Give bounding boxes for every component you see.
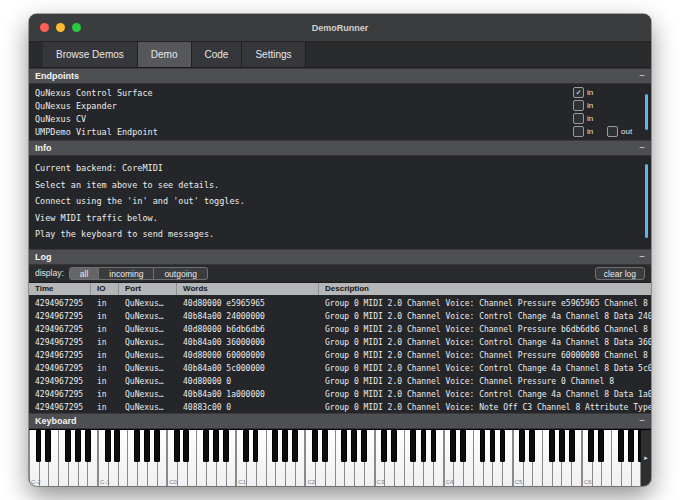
tab[interactable]: Demo	[138, 42, 192, 67]
black-key[interactable]	[500, 430, 506, 462]
endpoint-name: QuNexus CV	[35, 114, 573, 124]
endpoints-scrollbar[interactable]	[645, 94, 648, 130]
black-key[interactable]	[65, 430, 71, 462]
log-header-label: Log	[35, 252, 633, 262]
log-controls: display: allincomingoutgoing clear log	[29, 265, 651, 283]
in-checkbox-label: in	[587, 101, 593, 110]
black-key[interactable]	[588, 430, 594, 462]
log-cell-io: in	[91, 390, 119, 399]
collapse-icon[interactable]: −	[633, 71, 645, 81]
white-key[interactable]	[188, 430, 198, 486]
clear-log-button[interactable]: clear log	[595, 267, 645, 280]
log-cell-words: 40d80000 e5965965	[177, 299, 319, 308]
black-key[interactable]	[322, 430, 328, 462]
black-key[interactable]	[174, 430, 180, 462]
table-row: 4294967295 in QuNexus… 40d80000 e5965965…	[29, 297, 651, 310]
endpoint-row[interactable]: QuNexus Control Surface ✓ in out	[29, 86, 651, 99]
black-key[interactable]	[569, 430, 575, 462]
octave-label: C-1	[100, 479, 110, 485]
black-key[interactable]	[460, 430, 466, 462]
log-filter-button[interactable]: outgoing	[154, 267, 208, 280]
black-key[interactable]	[341, 430, 347, 462]
display-filter-label: display:	[35, 268, 64, 278]
black-key[interactable]	[598, 430, 604, 462]
black-key[interactable]	[114, 430, 120, 462]
collapse-icon[interactable]: −	[633, 143, 645, 153]
out-checkbox[interactable]	[607, 126, 618, 137]
log-filter-button[interactable]: incoming	[99, 267, 154, 280]
zoom-window-icon[interactable]	[72, 23, 81, 32]
black-key[interactable]	[154, 430, 160, 462]
black-key[interactable]	[381, 430, 387, 462]
log-cell-time: 4294967295	[29, 364, 91, 373]
black-key[interactable]	[529, 430, 535, 462]
white-key[interactable]	[257, 430, 267, 486]
black-key[interactable]	[480, 430, 486, 462]
tab[interactable]: Settings	[242, 42, 305, 67]
black-key[interactable]	[490, 430, 496, 462]
table-row: 4294967295 in QuNexus… 40b84a00 1a000000…	[29, 388, 651, 401]
black-key[interactable]	[421, 430, 427, 462]
tab[interactable]: Browse Demos	[43, 42, 138, 67]
in-checkbox[interactable]: ✓	[573, 87, 584, 98]
black-key[interactable]	[549, 430, 555, 462]
black-key[interactable]	[519, 430, 525, 462]
black-key[interactable]	[36, 430, 42, 462]
in-checkbox-label: in	[587, 127, 593, 136]
minimize-window-icon[interactable]	[56, 23, 65, 32]
keyboard-scroll-right-icon[interactable]: ▸	[641, 430, 651, 486]
black-key[interactable]	[450, 430, 456, 462]
tab[interactable]: Code	[192, 42, 243, 67]
in-checkbox[interactable]: ✓	[573, 100, 584, 111]
black-key[interactable]	[134, 430, 140, 462]
black-key[interactable]	[431, 430, 437, 462]
table-row: 4294967295 in QuNexus… 40d80000 b6db6db6…	[29, 323, 651, 336]
in-checkbox[interactable]: ✓	[573, 126, 584, 137]
black-key[interactable]	[213, 430, 219, 462]
black-key[interactable]	[282, 430, 288, 462]
black-key[interactable]	[253, 430, 259, 462]
check-icon: ✓	[576, 88, 581, 97]
black-key[interactable]	[223, 430, 229, 462]
title-bar[interactable]: DemoRunner	[29, 14, 651, 42]
collapse-icon[interactable]: −	[633, 416, 645, 426]
log-cell-io: in	[91, 364, 119, 373]
traffic-lights	[40, 23, 81, 32]
log-cell-port: QuNexus…	[119, 351, 177, 360]
log-filter-button[interactable]: all	[69, 267, 100, 280]
black-key[interactable]	[85, 430, 91, 462]
log-cell-time: 4294967295	[29, 403, 91, 412]
black-key[interactable]	[45, 430, 51, 462]
black-key[interactable]	[391, 430, 397, 462]
black-key[interactable]	[410, 430, 416, 462]
log-cell-words: 40b84a00 36000000	[177, 338, 319, 347]
endpoint-row[interactable]: QuNexus Expander ✓ in out	[29, 99, 651, 112]
in-checkbox[interactable]: ✓	[573, 113, 584, 124]
black-key[interactable]	[243, 430, 249, 462]
black-key[interactable]	[183, 430, 189, 462]
black-key[interactable]	[351, 430, 357, 462]
endpoint-row[interactable]: QuNexus CV ✓ in out	[29, 112, 651, 125]
black-key[interactable]	[628, 430, 634, 462]
black-key[interactable]	[559, 430, 565, 462]
close-window-icon[interactable]	[40, 23, 49, 32]
white-key[interactable]	[119, 430, 129, 486]
endpoint-name: QuNexus Expander	[35, 101, 573, 111]
log-cell-time: 4294967295	[29, 390, 91, 399]
black-key[interactable]	[618, 430, 624, 462]
black-key[interactable]	[361, 430, 367, 462]
black-key[interactable]	[272, 430, 278, 462]
black-key[interactable]	[292, 430, 298, 462]
endpoint-row[interactable]: UMPDemo Virtual Endpoint ✓ in out	[29, 125, 651, 138]
collapse-icon[interactable]: −	[633, 252, 645, 262]
black-key[interactable]	[75, 430, 81, 462]
black-key[interactable]	[312, 430, 318, 462]
black-key[interactable]	[203, 430, 209, 462]
info-scrollbar[interactable]	[645, 164, 648, 238]
black-key[interactable]	[144, 430, 150, 462]
log-cell-io: in	[91, 351, 119, 360]
black-key[interactable]	[105, 430, 111, 462]
info-panel: Current backend: CoreMIDISelect an item …	[29, 156, 651, 249]
log-cell-io: in	[91, 299, 119, 308]
log-cell-time: 4294967295	[29, 325, 91, 334]
